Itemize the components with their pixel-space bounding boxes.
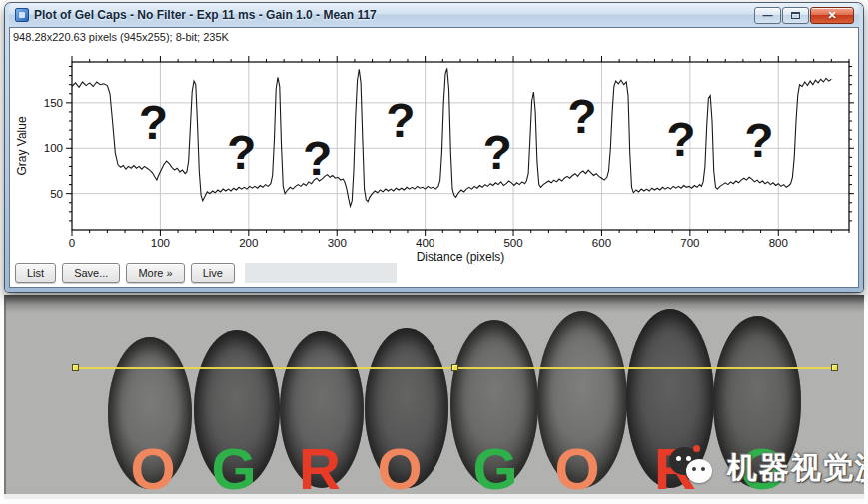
maximize-button[interactable] [782,7,809,24]
x-tick-label: 600 [592,237,611,249]
capsule-color-label: R [299,440,341,498]
more-button[interactable]: More » [126,263,184,283]
roi-handle[interactable] [451,364,458,371]
image-left-edge [4,295,6,499]
live-status-area [245,263,397,283]
image-info-text: 948.28x220.63 pixels (945x255); 8-bit; 2… [10,28,858,43]
question-mark-annotation: ? [227,126,256,179]
question-mark-annotation: ? [139,96,168,149]
x-tick-label: 400 [416,237,434,249]
window-title: Plot of Gel Caps - No Filter - Exp 11 ms… [34,8,377,22]
roi-handle[interactable] [72,364,79,371]
roi-handle[interactable] [831,364,838,371]
watermark-text: 机器视觉沙龙 [727,448,864,489]
y-tick-label: 50 [50,188,63,200]
image-top-shade [4,295,864,313]
watermark: 机器视觉沙龙 [669,445,864,491]
x-tick-label: 700 [680,237,699,249]
x-axis-label: Distance (pixels) [417,251,505,264]
plot-frame [72,62,849,230]
y-tick-label: 100 [44,142,63,154]
list-button[interactable]: List [15,263,56,283]
close-button[interactable]: ✕ [810,7,854,24]
y-axis-label: Gray Value [15,116,29,175]
x-tick-label: 200 [239,237,258,249]
wechat-icon [669,445,721,491]
save-button[interactable]: Save... [62,263,120,283]
gel-caps-image: OGROGORG 机器视觉沙龙 [4,295,864,499]
plot-button-row: ListSave...More »Live [15,263,397,283]
x-tick-label: 500 [503,237,522,249]
plot-content-area: 948.28x220.63 pixels (945x255); 8-bit; 2… [9,27,859,288]
x-tick-label: 800 [769,237,788,249]
plot-window: Plot of Gel Caps - No Filter - Exp 11 ms… [5,3,863,292]
maximize-icon [791,12,800,19]
question-mark-annotation: ? [482,126,511,179]
profile-curve [72,68,831,206]
x-tick-label: 300 [328,237,347,249]
question-mark-annotation: ? [744,114,773,167]
y-tick-label: 150 [44,97,63,109]
minimize-button[interactable]: — [754,7,781,24]
title-bar[interactable]: Plot of Gel Caps - No Filter - Exp 11 ms… [9,3,859,27]
question-mark-annotation: ? [386,94,415,147]
capsule-color-label: O [554,440,599,498]
capsule-color-label: G [211,440,256,498]
live-button[interactable]: Live [191,263,235,283]
question-mark-annotation: ? [666,113,695,166]
gray-value-profile-plot: 010020030040050060070080050100150Distanc… [10,48,854,275]
question-mark-annotation: ? [303,132,332,185]
question-mark-annotation: ? [567,90,596,143]
capsule-color-label: O [377,440,422,498]
imagej-icon [15,8,29,22]
x-tick-label: 0 [69,237,75,249]
x-tick-label: 100 [151,237,170,249]
capsule-color-label: G [472,440,517,498]
capsule-color-label: O [130,440,175,498]
